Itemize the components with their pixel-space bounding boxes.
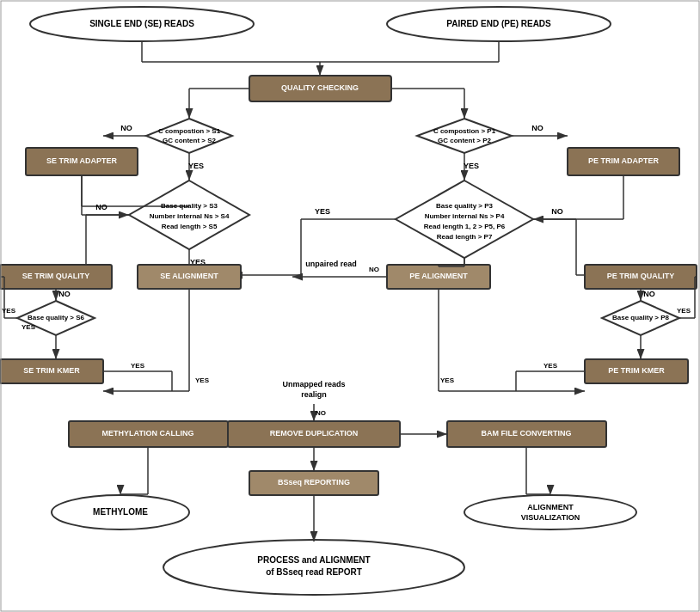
pe-diamond1-node (417, 119, 512, 153)
svg-text:YES: YES (440, 376, 455, 384)
alignment-vis-node (464, 495, 636, 529)
svg-text:realign: realign (301, 390, 327, 399)
svg-text:Number internal Ns > S4: Number internal Ns > S4 (150, 212, 230, 220)
svg-text:Read length 1, 2 > P5, P6: Read length 1, 2 > P5, P6 (424, 223, 506, 230)
svg-text:Read length > S5: Read length > S5 (162, 223, 218, 230)
svg-text:ALIGNMENT: ALIGNMENT (527, 503, 574, 511)
remove-duplication-label: REMOVE DUPLICATION (270, 429, 358, 438)
pe-reads-label: PAIRED END (PE) READS (446, 19, 551, 28)
svg-text:unpaired read: unpaired read (305, 260, 357, 268)
svg-text:YES: YES (2, 307, 16, 315)
svg-text:YES: YES (131, 362, 145, 370)
se-trim-quality-label: SE TRIM QUALITY (22, 272, 90, 280)
svg-text:NO: NO (369, 266, 379, 273)
svg-text:C compostion > S1: C compostion > S1 (158, 127, 221, 135)
svg-text:YES: YES (464, 162, 479, 170)
svg-text:NO: NO (58, 290, 71, 298)
svg-text:GC content > S2: GC content > S2 (163, 137, 217, 144)
se-alignment-label: SE ALIGNMENT (160, 272, 218, 280)
pe-alignment-label: PE ALIGNMENT (409, 272, 468, 280)
svg-text:YES: YES (195, 376, 210, 384)
pe-trim-kmer-label: PE TRIM KMER (608, 366, 665, 375)
flowchart: SINGLE END (SE) READS PAIRED END (PE) RE… (0, 0, 700, 612)
svg-text:YES: YES (188, 162, 204, 170)
svg-text:C compostion > P1: C compostion > P1 (433, 127, 496, 135)
bam-converting-label: BAM FILE CONVERTING (482, 429, 572, 438)
svg-text:Read length > P7: Read length > P7 (437, 233, 493, 241)
svg-text:YES: YES (677, 307, 691, 315)
svg-text:PROCESS and ALIGNMENT: PROCESS and ALIGNMENT (257, 555, 370, 565)
methylome-label: METHYLOME (93, 507, 148, 517)
se-trim-kmer-label: SE TRIM KMER (23, 366, 80, 375)
pe-trim-adapter-label: PE TRIM ADAPTER (588, 156, 660, 165)
svg-text:NO: NO (316, 409, 326, 417)
svg-text:YES: YES (21, 323, 36, 331)
svg-text:NO: NO (643, 290, 655, 298)
svg-text:NO: NO (531, 124, 543, 132)
svg-text:GC content > P2: GC content > P2 (438, 137, 492, 144)
svg-text:YES: YES (315, 207, 330, 216)
se-reads-label: SINGLE END (SE) READS (89, 19, 194, 28)
svg-text:Unmapped reads: Unmapped reads (282, 380, 345, 389)
svg-text:Base quality > P3: Base quality > P3 (436, 202, 494, 210)
svg-text:of BSseq read REPORT: of BSseq read REPORT (266, 567, 362, 577)
se-diamond1-node (146, 119, 232, 153)
bsseq-reporting-label: BSseq REPORTING (278, 478, 350, 487)
svg-text:Base quality > S3: Base quality > S3 (161, 202, 218, 210)
svg-text:NO: NO (120, 124, 132, 132)
svg-text:Base quality > P8: Base quality > P8 (612, 314, 670, 321)
se-trim-adapter-label: SE TRIM ADAPTER (46, 156, 118, 165)
svg-text:NO: NO (95, 203, 107, 211)
svg-text:NO: NO (551, 207, 563, 216)
svg-text:Base quality > S6: Base quality > S6 (28, 314, 85, 321)
methylation-calling-label: METHYLATION CALLING (102, 429, 194, 438)
svg-text:Number internal Ns > P4: Number internal Ns > P4 (425, 212, 505, 220)
quality-checking-label: QUALITY CHECKING (281, 83, 359, 92)
svg-text:VISUALIZATION: VISUALIZATION (521, 513, 580, 522)
svg-text:YES: YES (543, 362, 558, 370)
pe-trim-quality-label: PE TRIM QUALITY (607, 272, 675, 280)
